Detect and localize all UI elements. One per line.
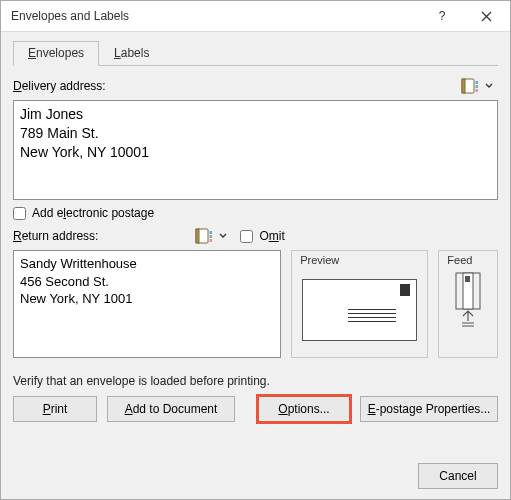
titlebar: Envelopes and Labels ? bbox=[1, 1, 510, 32]
omit-check[interactable] bbox=[240, 230, 253, 243]
svg-rect-6 bbox=[196, 229, 199, 243]
chevron-down-icon bbox=[485, 83, 493, 89]
preview-title: Preview bbox=[300, 254, 339, 266]
footer-row: Cancel bbox=[418, 463, 498, 489]
content-area: Envelopes Labels Delivery address: Add e… bbox=[1, 32, 510, 499]
svg-rect-4 bbox=[476, 89, 479, 92]
electronic-postage-checkbox[interactable]: Add electronic postage bbox=[13, 206, 498, 220]
preview-panel[interactable]: Preview bbox=[291, 250, 428, 358]
svg-rect-12 bbox=[465, 276, 470, 282]
return-address-input[interactable] bbox=[13, 250, 281, 358]
svg-rect-7 bbox=[210, 231, 213, 234]
svg-rect-8 bbox=[210, 235, 213, 238]
print-button[interactable]: Print bbox=[13, 396, 97, 422]
address-book-icon bbox=[461, 78, 481, 94]
delivery-header-row: Delivery address: bbox=[13, 76, 498, 96]
tab-strip: Envelopes Labels bbox=[13, 40, 498, 66]
feed-panel[interactable]: Feed bbox=[438, 250, 498, 358]
feed-orientation-icon bbox=[454, 271, 482, 329]
tab-envelopes[interactable]: Envelopes bbox=[13, 41, 99, 66]
dialog-title: Envelopes and Labels bbox=[11, 9, 420, 23]
address-book-icon bbox=[195, 228, 215, 244]
electronic-postage-check[interactable] bbox=[13, 207, 26, 220]
omit-label: Omit bbox=[259, 229, 284, 243]
address-book-button-delivery[interactable] bbox=[456, 76, 498, 96]
return-header-row: Return address: Omit bbox=[13, 226, 498, 246]
verify-text: Verify that an envelope is loaded before… bbox=[13, 374, 498, 388]
options-button[interactable]: Options... bbox=[258, 396, 350, 422]
electronic-postage-label: Add electronic postage bbox=[32, 206, 154, 220]
svg-rect-1 bbox=[462, 79, 465, 93]
delivery-address-label: Delivery address: bbox=[13, 79, 106, 93]
svg-rect-2 bbox=[476, 81, 479, 84]
address-book-button-return[interactable] bbox=[190, 226, 232, 246]
add-to-document-button[interactable]: Add to Document bbox=[107, 396, 235, 422]
delivery-address-input[interactable] bbox=[13, 100, 498, 200]
return-address-label: Return address: bbox=[13, 229, 98, 243]
tab-labels[interactable]: Labels bbox=[99, 41, 164, 66]
cancel-button[interactable]: Cancel bbox=[418, 463, 498, 489]
chevron-down-icon bbox=[219, 233, 227, 239]
middle-row: Preview Feed bbox=[13, 250, 498, 358]
svg-rect-9 bbox=[210, 239, 213, 242]
envelope-preview-icon bbox=[302, 279, 417, 341]
help-button[interactable]: ? bbox=[420, 2, 464, 30]
close-button[interactable] bbox=[464, 2, 508, 30]
omit-checkbox[interactable]: Omit bbox=[240, 229, 284, 243]
e-postage-properties-button[interactable]: E-postage Properties... bbox=[360, 396, 498, 422]
svg-rect-3 bbox=[476, 85, 479, 88]
close-icon bbox=[481, 11, 492, 22]
button-row: Print Add to Document Options... E-posta… bbox=[13, 396, 498, 422]
feed-title: Feed bbox=[447, 254, 472, 266]
envelopes-labels-dialog: Envelopes and Labels ? Envelopes Labels … bbox=[0, 0, 511, 500]
